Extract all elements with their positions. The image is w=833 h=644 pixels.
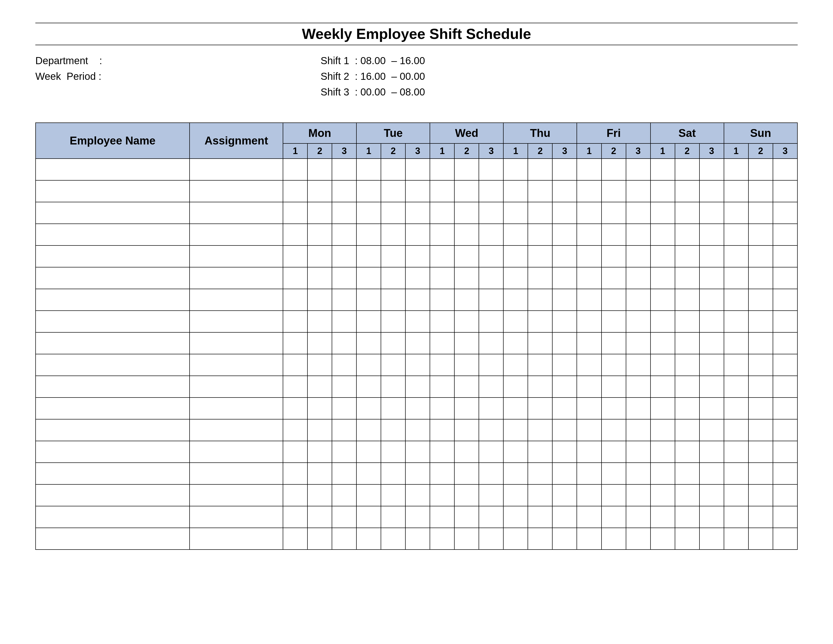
- cell-employee-name: [35, 267, 190, 289]
- cell-shift: [552, 289, 577, 311]
- cell-shift: [748, 267, 773, 289]
- cell-shift: [381, 332, 405, 354]
- cell-shift: [430, 267, 454, 289]
- cell-shift: [283, 332, 307, 354]
- cell-shift: [724, 245, 748, 267]
- cell-shift: [307, 419, 332, 441]
- table-row: [35, 311, 798, 332]
- cell-shift: [601, 506, 626, 528]
- cell-shift: [381, 506, 405, 528]
- cell-employee-name: [35, 463, 190, 485]
- cell-assignment: [190, 463, 283, 485]
- shift2-info: Shift 2 : 16.00 – 00.00: [321, 68, 798, 84]
- cell-shift: [405, 506, 430, 528]
- cell-shift: [283, 506, 307, 528]
- cell-shift: [651, 332, 675, 354]
- cell-shift: [724, 485, 748, 506]
- cell-shift: [332, 376, 356, 398]
- cell-shift: [356, 311, 381, 332]
- cell-shift: [405, 202, 430, 224]
- cell-shift: [381, 289, 405, 311]
- cell-shift: [552, 224, 577, 245]
- col-shift: 3: [332, 143, 356, 159]
- cell-shift: [356, 506, 381, 528]
- cell-shift: [356, 245, 381, 267]
- cell-shift: [430, 354, 454, 376]
- col-shift: 3: [626, 143, 651, 159]
- cell-shift: [454, 463, 479, 485]
- cell-shift: [332, 398, 356, 419]
- cell-shift: [381, 245, 405, 267]
- table-row: [35, 267, 798, 289]
- cell-shift: [601, 159, 626, 180]
- cell-shift: [773, 376, 798, 398]
- col-shift: 3: [405, 143, 430, 159]
- cell-shift: [651, 506, 675, 528]
- cell-shift: [503, 354, 528, 376]
- cell-shift: [528, 419, 552, 441]
- cell-shift: [503, 332, 528, 354]
- cell-shift: [651, 485, 675, 506]
- cell-employee-name: [35, 376, 190, 398]
- cell-shift: [700, 267, 724, 289]
- cell-shift: [700, 245, 724, 267]
- cell-shift: [503, 267, 528, 289]
- table-row: [35, 202, 798, 224]
- cell-shift: [552, 180, 577, 202]
- cell-shift: [307, 202, 332, 224]
- cell-shift: [748, 398, 773, 419]
- cell-shift: [577, 332, 601, 354]
- cell-shift: [283, 159, 307, 180]
- cell-shift: [651, 159, 675, 180]
- cell-shift: [626, 180, 651, 202]
- cell-shift: [773, 506, 798, 528]
- col-shift: 2: [454, 143, 479, 159]
- cell-shift: [773, 224, 798, 245]
- cell-shift: [773, 202, 798, 224]
- cell-shift: [724, 202, 748, 224]
- cell-shift: [503, 311, 528, 332]
- page-title: Weekly Employee Shift Schedule: [35, 23, 798, 45]
- cell-shift: [307, 485, 332, 506]
- col-shift: 2: [381, 143, 405, 159]
- cell-shift: [405, 398, 430, 419]
- cell-shift: [552, 267, 577, 289]
- cell-shift: [601, 180, 626, 202]
- cell-shift: [479, 267, 503, 289]
- cell-shift: [332, 332, 356, 354]
- cell-shift: [479, 506, 503, 528]
- cell-shift: [773, 180, 798, 202]
- cell-shift: [626, 463, 651, 485]
- cell-shift: [356, 398, 381, 419]
- cell-shift: [356, 159, 381, 180]
- cell-shift: [430, 159, 454, 180]
- cell-shift: [700, 398, 724, 419]
- col-shift: 3: [479, 143, 503, 159]
- cell-shift: [577, 311, 601, 332]
- cell-shift: [626, 528, 651, 549]
- cell-shift: [356, 376, 381, 398]
- col-day-sat: Sat: [651, 123, 724, 143]
- cell-shift: [552, 463, 577, 485]
- cell-shift: [356, 528, 381, 549]
- cell-shift: [700, 311, 724, 332]
- table-row: [35, 180, 798, 202]
- cell-shift: [626, 485, 651, 506]
- cell-shift: [307, 506, 332, 528]
- col-day-wed: Wed: [430, 123, 503, 143]
- cell-shift: [454, 180, 479, 202]
- cell-assignment: [190, 376, 283, 398]
- cell-shift: [503, 441, 528, 463]
- table-head: Employee Name Assignment Mon Tue Wed Thu…: [35, 123, 798, 159]
- col-shift: 3: [700, 143, 724, 159]
- col-shift: 1: [577, 143, 601, 159]
- cell-shift: [405, 441, 430, 463]
- table-row: [35, 224, 798, 245]
- col-day-mon: Mon: [283, 123, 356, 143]
- cell-shift: [528, 289, 552, 311]
- cell-shift: [577, 485, 601, 506]
- cell-shift: [332, 159, 356, 180]
- table-row: [35, 528, 798, 549]
- cell-shift: [381, 224, 405, 245]
- cell-shift: [651, 376, 675, 398]
